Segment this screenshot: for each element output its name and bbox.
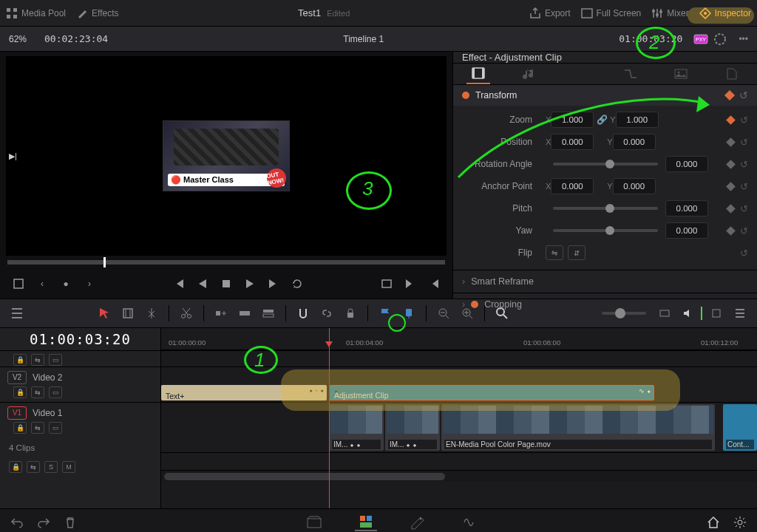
viewer-canvas[interactable]: ▶| 🔴 Master Class OUT NOW! <box>6 56 447 256</box>
v1-clip-4[interactable]: Cont... <box>723 404 757 451</box>
zoom-y-input[interactable]: 1.000 <box>616 112 659 128</box>
undo-button[interactable] <box>9 514 25 531</box>
pitch-slider[interactable] <box>553 207 658 210</box>
flip-reset-icon[interactable]: ↺ <box>740 248 748 259</box>
track-v2-header[interactable]: V2Video 2 🔒⇆▭ <box>0 366 160 402</box>
lock-icon[interactable]: 🔒 <box>9 461 22 473</box>
replace-button[interactable] <box>259 304 278 323</box>
go-end[interactable] <box>265 276 282 292</box>
page-edit[interactable] <box>407 514 429 531</box>
viewer-scrubber[interactable] <box>7 260 445 265</box>
rotation-input[interactable]: 0.000 <box>665 156 708 172</box>
solo-icon[interactable]: S <box>44 461 58 473</box>
timeline-zoom-slider[interactable] <box>602 312 646 315</box>
tab-audio[interactable] <box>517 64 541 84</box>
tab-image[interactable] <box>669 64 693 84</box>
edit-point[interactable]: ● <box>58 276 74 292</box>
page-cut[interactable] <box>355 514 377 531</box>
tab-transition[interactable] <box>619 64 642 84</box>
flip-v-button[interactable]: ⇵ <box>568 245 585 260</box>
v1-clip-3[interactable]: EN-Media Pool Color Page.mov <box>441 404 715 451</box>
options-menu[interactable]: ••• <box>730 34 757 44</box>
trash-button[interactable] <box>62 514 78 531</box>
index-button[interactable] <box>7 304 27 323</box>
insert-button[interactable] <box>211 304 231 323</box>
viewer-zoom[interactable]: 62% <box>0 34 35 44</box>
trim-tool[interactable] <box>118 304 138 323</box>
smart-reframe-section[interactable]: › Smart Reframe <box>453 270 757 293</box>
selection-tool[interactable] <box>95 304 114 323</box>
position-reset-icon[interactable]: ↺ <box>740 137 748 148</box>
pitch-input[interactable]: 0.000 <box>665 200 708 216</box>
lock-icon[interactable]: 🔒 <box>13 354 27 366</box>
media-pool-button[interactable]: Media Pool <box>6 7 66 19</box>
timeline-ruler[interactable]: 01:00:00:00 01:00:04:00 01:00:08:00 01:0… <box>161 328 757 350</box>
home-button[interactable] <box>705 514 722 531</box>
yaw-reset-icon[interactable]: ↺ <box>740 225 748 236</box>
zoom-out-button[interactable] <box>434 304 453 323</box>
v1-clip-2[interactable]: IM... ⬥ ⬥ <box>385 404 440 451</box>
yaw-input[interactable]: 0.000 <box>665 222 708 239</box>
next-edit[interactable]: › <box>81 276 98 292</box>
prev-edit[interactable]: ‹ <box>34 276 50 292</box>
tab-video[interactable] <box>466 64 490 84</box>
match-frame[interactable] <box>378 276 395 292</box>
zoom-reset-icon[interactable]: ↺ <box>740 115 748 126</box>
auto-select-icon[interactable]: ⇆ <box>31 386 44 398</box>
position-lock-button[interactable] <box>341 304 360 323</box>
play[interactable] <box>242 276 258 292</box>
flag-button[interactable] <box>376 304 395 323</box>
effects-button[interactable]: Effects <box>76 7 118 19</box>
record-timecode[interactable]: 01:00:03:20 <box>610 33 691 44</box>
enable-dot-icon[interactable] <box>462 92 469 99</box>
position-y-input[interactable]: 0.000 <box>613 134 656 150</box>
mixer-button[interactable]: Mixer <box>651 7 688 19</box>
pitch-keyframe-icon[interactable] <box>726 204 736 214</box>
transform-section-header[interactable]: Transform ↺ <box>453 85 757 106</box>
yaw-slider[interactable] <box>553 229 658 232</box>
rotation-reset-icon[interactable]: ↺ <box>740 159 748 170</box>
blade-tool[interactable] <box>142 304 161 323</box>
link-icon[interactable]: 🔗 <box>594 115 610 125</box>
auto-select-icon[interactable]: ⇆ <box>27 461 40 473</box>
rotation-slider[interactable] <box>553 163 658 166</box>
page-fairlight[interactable] <box>458 514 481 531</box>
link-button[interactable] <box>317 304 336 323</box>
section-keyframe-icon[interactable] <box>724 90 735 100</box>
anchor-y-input[interactable]: 0.000 <box>613 178 656 194</box>
go-start[interactable] <box>171 276 187 292</box>
position-x-input[interactable]: 0.000 <box>551 134 594 150</box>
track-view-icon[interactable]: ▭ <box>49 354 62 366</box>
overwrite-button[interactable] <box>235 304 254 323</box>
track-v1-header[interactable]: V1Video 1 🔒⇆▭ <box>0 402 160 437</box>
prev-clip[interactable] <box>426 276 442 292</box>
redo-button[interactable] <box>35 514 52 531</box>
position-keyframe-icon[interactable] <box>726 137 736 147</box>
anchor-x-input[interactable]: 0.000 <box>551 178 594 194</box>
marker-button[interactable] <box>399 304 418 323</box>
section-reset-icon[interactable]: ↺ <box>739 89 748 101</box>
v1-tag[interactable]: V1 <box>7 406 27 420</box>
auto-select-icon[interactable]: ⇆ <box>31 354 44 366</box>
next-clip[interactable] <box>402 276 418 292</box>
tab-effects[interactable] <box>568 64 591 84</box>
crop-tool[interactable] <box>10 276 27 292</box>
snap-button[interactable] <box>293 304 313 323</box>
fullscreen-button[interactable]: Full Screen <box>581 7 642 19</box>
loop[interactable] <box>289 276 305 292</box>
anchor-reset-icon[interactable]: ↺ <box>740 181 748 192</box>
track-v3-header[interactable]: 🔒⇆▭ <box>0 350 160 366</box>
pitch-reset-icon[interactable]: ↺ <box>740 203 748 214</box>
anchor-keyframe-icon[interactable] <box>726 182 736 191</box>
timeline-name[interactable]: Timeline 1 <box>117 34 610 44</box>
lock-icon[interactable]: 🔒 <box>13 386 27 398</box>
tab-file[interactable] <box>720 64 744 84</box>
track-view-icon[interactable]: ▭ <box>49 386 62 398</box>
source-timecode[interactable]: 00:02:23:04 <box>35 33 117 44</box>
zoom-x-input[interactable]: 1.000 <box>551 112 594 128</box>
play-reverse[interactable] <box>194 276 211 292</box>
auto-select-icon[interactable]: ⇆ <box>31 422 44 434</box>
flip-h-button[interactable]: ⇋ <box>546 245 563 260</box>
zoom-keyframe-icon[interactable] <box>726 115 736 125</box>
track-view-icon[interactable]: ▭ <box>49 422 62 434</box>
